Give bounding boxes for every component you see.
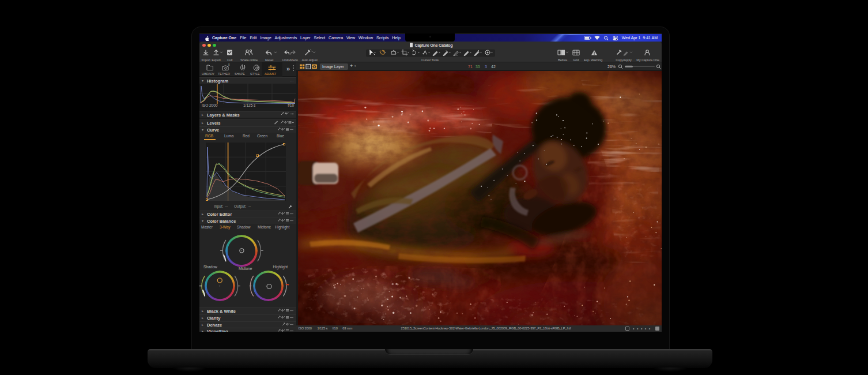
svg-text:»: » [286,65,290,72]
svg-text:0: 0 [228,63,230,66]
svg-text:Highlight: Highlight [273,265,288,269]
svg-text:Shadow: Shadow [203,265,217,269]
svg-text:Midtone: Midtone [239,267,252,271]
